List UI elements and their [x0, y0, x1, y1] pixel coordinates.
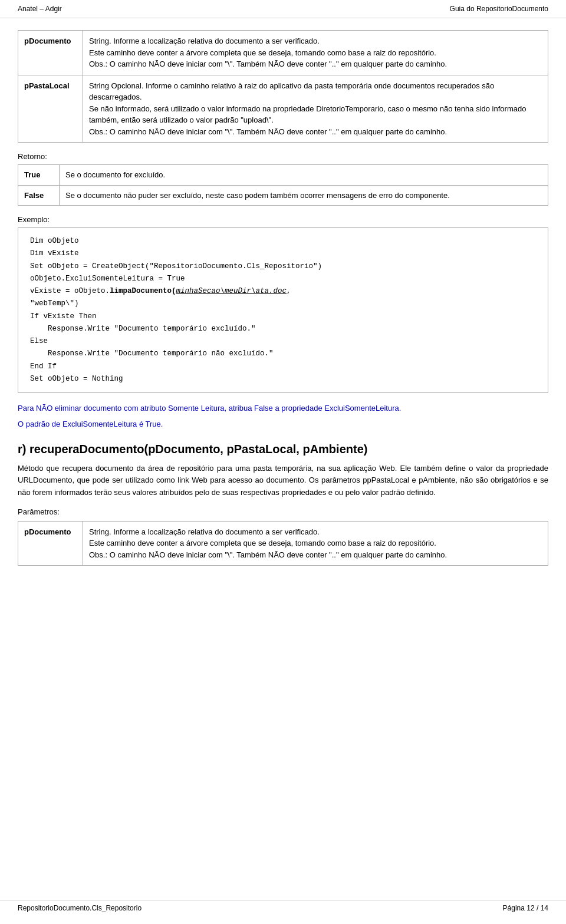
code-line: oObjeto.ExcluiSomenteLeitura = True	[30, 273, 536, 285]
param-table-1: pDocumentoString. Informe a localização …	[18, 30, 548, 143]
param-desc: String. Informe a localização relativa d…	[83, 31, 548, 75]
return-section: Retorno: TrueSe o documento for excluído…	[18, 152, 548, 206]
code-line: Response.Write "Documento temporário exc…	[30, 323, 536, 335]
section-r-heading: r) recuperaDocumento(pDocumento, pPastaL…	[18, 441, 548, 457]
param-name: pDocumento	[18, 31, 83, 75]
code-line: End If	[30, 361, 536, 373]
page-footer: RepositorioDocumento.Cls_Repositorio Pág…	[0, 900, 566, 912]
return-key: True	[18, 165, 60, 186]
param-desc: String Opcional. Informe o caminho relat…	[83, 75, 548, 143]
code-line: Set oObjeto = CreateObject("RepositorioD…	[30, 260, 536, 273]
code-line: vExiste = oObjeto.limpaDocumento(minhaSe…	[30, 285, 536, 298]
code-line: Set oObjeto = Nothing	[30, 373, 536, 385]
code-line: "webTemp\")	[30, 298, 536, 310]
return-desc: Se o documento não puder ser excluído, n…	[60, 185, 548, 206]
page-header: Anatel – Adgir Guia do RepositorioDocume…	[0, 0, 566, 18]
code-box: Dim oObjetoDim vExisteSet oObjeto = Crea…	[18, 227, 548, 393]
return-table: TrueSe o documento for excluído.FalseSe …	[18, 164, 548, 206]
code-line: Else	[30, 335, 536, 348]
return-label: Retorno:	[18, 152, 548, 161]
code-line: If vExiste Then	[30, 311, 536, 323]
header-right: Guia do RepositorioDocumento	[450, 5, 548, 13]
code-line: Dim oObjeto	[30, 235, 536, 248]
code-line: Dim vExiste	[30, 248, 536, 260]
code-line: Response.Write "Documento temporário não…	[30, 348, 536, 360]
param-desc: String. Informe a localização relativa d…	[83, 521, 548, 566]
param-table-2: pDocumentoString. Informe a localização …	[18, 521, 548, 566]
return-desc: Se o documento for excluído.	[60, 165, 548, 186]
example-label: Exemplo:	[18, 215, 548, 224]
example-section: Exemplo: Dim oObjetoDim vExisteSet oObje…	[18, 215, 548, 393]
return-key: False	[18, 185, 60, 206]
note2: O padrão de ExcluiSomenteLeitura é True.	[18, 418, 548, 431]
section-r-desc: Método que recupera documento da área de…	[18, 463, 548, 499]
params-label-2: Parâmetros:	[18, 507, 548, 516]
footer-right: Página 12 / 14	[503, 904, 548, 912]
param-name: pDocumento	[18, 521, 83, 566]
footer-left: RepositorioDocumento.Cls_Repositorio	[18, 904, 142, 912]
param-name: pPastaLocal	[18, 75, 83, 143]
header-left: Anatel – Adgir	[18, 5, 62, 13]
note1: Para NÃO eliminar documento com atributo…	[18, 402, 548, 415]
